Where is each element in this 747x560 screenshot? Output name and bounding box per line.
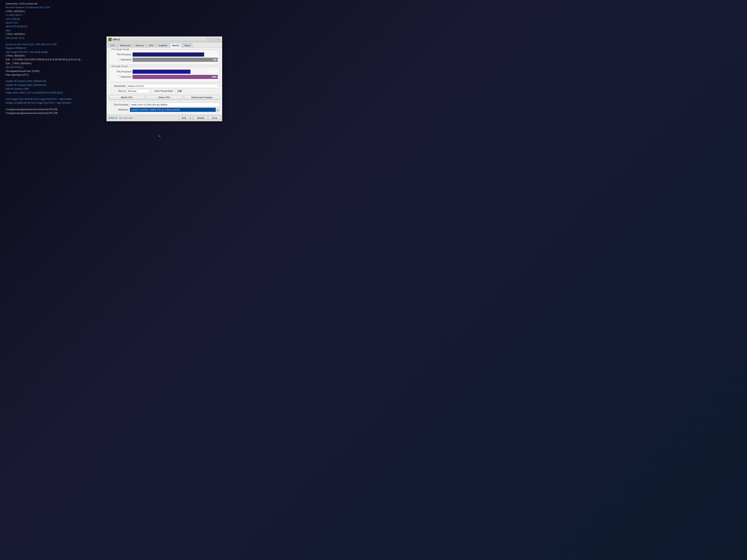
sidebar-line-3: [ TRIAL VERSION ] <box>6 9 106 13</box>
single-thread-title: CPU Single Thread <box>110 48 130 50</box>
tab-spd[interactable]: SPD <box>146 43 156 48</box>
multi-thread-reference-value: 1686 <box>212 76 216 78</box>
sidebar-gpu1: Intel(R) HD Graphics 2000 (1950494 K6) <box>6 79 106 83</box>
title-bar: ⚙ CPU-Z — □ ✕ <box>107 36 222 43</box>
this-processor-field-value: Intel® Core™ i5-2310 CPU @ 2.90GHz <box>130 103 220 107</box>
this-processor-field-label: This Processor <box>109 103 128 106</box>
single-thread-reference-fill <box>133 58 218 62</box>
multi-thread-processor-row: This Processor 1146.0 <box>111 70 218 74</box>
stress-cpu-button[interactable]: Stress CPU <box>147 95 182 100</box>
divider <box>109 101 220 102</box>
multi-thread-processor-label: This Processor <box>111 70 131 73</box>
title-bar-left: ⚙ CPU-Z <box>108 38 120 41</box>
window-title: CPU-Z <box>112 38 120 41</box>
single-thread-reference-row: Reference 345 <box>111 58 218 62</box>
reference-dropdown-container: Intel(R) Core(TM) i7-2600K CPU @ 3.40GHz… <box>130 108 220 112</box>
cpuz-window: ⚙ CPU-Z — □ ✕ CPU Mainboard Memory SPD G… <box>106 36 222 121</box>
tools-button[interactable]: Tools <box>179 116 188 120</box>
sidebar-hdmi: Intel Cougar Point HDMI @ Intel Cougar P… <box>6 97 106 101</box>
sidebar-trial2: [ TRIAL VERSION ] <box>6 54 106 58</box>
single-thread-processor-value: 290.6 <box>211 53 216 56</box>
close-button[interactable]: ✕ <box>216 38 220 41</box>
benchmark-select[interactable]: Version 17.01.64 ▼ <box>127 84 220 88</box>
submit-compare-button[interactable]: Submit and Compare <box>184 95 220 100</box>
multi-thread-ratio-value: 3.94 <box>176 89 183 93</box>
sidebar-ram2: 5U6... [ TRIAL VERSION ] <box>6 61 106 65</box>
minimize-button[interactable]: — <box>206 38 210 41</box>
multi-thread-processor-value: 1146.0 <box>210 70 216 73</box>
validate-button[interactable]: Validate <box>194 116 207 120</box>
multi-thread-reference-label: Reference <box>111 76 131 78</box>
reference-checkbox-multi[interactable] <box>118 76 121 78</box>
run-on-row: Run on All Cores ▼ Multi Thread Ratio 3.… <box>109 89 220 93</box>
action-buttons-row: Bench CPU Stress CPU Submit and Compare <box>109 95 220 100</box>
cpuz-logo: CPU-Z <box>108 116 118 119</box>
single-thread-processor-fill <box>133 52 204 57</box>
bench-cpu-button[interactable]: Bench CPU <box>109 95 145 100</box>
sidebar-audio: Realtek ALC888/1200 @ Intel Cougar Point… <box>6 101 106 105</box>
sidebar-line-6: DirectX 12.0 <box>6 21 106 25</box>
sidebar-cpu: QuadCore Intel Core i5-2310, 2900 MHz (2… <box>6 43 106 46</box>
multi-thread-reference-bar: 1686 <box>133 75 218 79</box>
sidebar-line-2: Microsoft Windows 10 Enterprise 2021 LTS… <box>6 6 106 9</box>
benchmark-row: Benchmark Version 17.01.64 ▼ <box>109 84 220 88</box>
run-on-arrow-icon: ▼ <box>149 90 151 92</box>
single-thread-reference-bar: 345 <box>133 58 218 62</box>
multi-thread-processor-bar: 1146.0 <box>133 70 218 74</box>
sidebar-line-4: 11.3636.19041.0 <box>6 13 106 17</box>
tools-dropdown-icon[interactable]: ▼ <box>188 116 192 120</box>
multi-thread-reference-row: Reference 1686 <box>111 75 218 79</box>
reference-field-value[interactable]: Intel(R) Core(TM) i7-2600K CPU @ 3.40GHz… <box>130 108 216 112</box>
multi-thread-title: CPU Multi Thread <box>110 65 128 68</box>
sidebar-line-9: [ TRIAL VERSION ] <box>6 32 106 36</box>
reference-dropdown-arrow-icon[interactable]: ▼ <box>216 108 220 112</box>
sidebar-ram1: 5U6... 2 Гб DDR3-1333 DDR3 SDRAM (9-9-9-… <box>6 58 106 61</box>
sidebar-mobo: Pegatron IPMSB-GS <box>6 46 106 50</box>
single-thread-reference-value: 345 <box>213 58 216 61</box>
sidebar-monitor: Philips 190C (190C7) [19" LCD] (BZ507071… <box>6 91 106 95</box>
tab-cpu[interactable]: CPU <box>108 43 117 48</box>
sidebar-info-panel: Компьютер с ACPI на базе x64 Microsoft W… <box>4 0 108 117</box>
sidebar-ide1: Стандартный двухканальный контроллер PCI… <box>6 108 106 111</box>
tab-memory[interactable]: Memory <box>133 43 146 48</box>
single-thread-processor-label: This Processor <box>111 53 131 56</box>
benchmark-label: Benchmark <box>109 85 126 87</box>
sidebar-line-10: 2024-03-06 / 23:31 <box>6 36 106 40</box>
sidebar-line-8: Юра <box>6 29 106 32</box>
run-on-label: Run on <box>109 90 126 92</box>
sidebar-line-7: DESKTOP-BUQE21E <box>6 25 106 28</box>
tab-graphics[interactable]: Graphics <box>156 43 170 48</box>
reference-processor-row: Reference Intel(R) Core(TM) i7-2600K CPU… <box>109 108 220 112</box>
single-thread-reference-label: Reference <box>111 58 131 61</box>
tab-mainboard[interactable]: Mainboard <box>118 43 133 48</box>
benchmark-value: Version 17.01.64 <box>128 85 144 87</box>
sidebar-line-5: 122.0.2365.66 <box>6 17 106 21</box>
tab-bench[interactable]: Bench <box>170 43 182 48</box>
single-thread-processor-bar: 290.6 <box>133 52 218 57</box>
multi-thread-processor-fill <box>133 70 190 74</box>
footer-close-button[interactable]: Close <box>209 116 220 120</box>
cpuz-footer: CPU-Z Ver. 2.09.0.x64 Tools ▼ Validate C… <box>107 115 222 121</box>
single-thread-processor-row: This Processor 290.6 <box>111 52 218 57</box>
sidebar-gpu2: Intel(R) HD Graphics 2000 (1950494 K6) <box>6 83 106 87</box>
multi-thread-reference-fill <box>133 75 218 79</box>
version-text: Ver. 2.09.0.x64 <box>119 117 133 119</box>
run-on-select[interactable]: All Cores ▼ <box>127 89 151 93</box>
sidebar-ide2: Стандартный двухканальный контроллер PCI… <box>6 111 106 115</box>
tab-about[interactable]: About <box>182 43 192 48</box>
sidebar-bios: AMI (02/22/2011) <box>6 65 106 69</box>
this-processor-row: This Processor Intel® Core™ i5-2310 CPU … <box>109 103 220 107</box>
sidebar-lpt: Порт принтера (LPT1) <box>6 73 106 77</box>
title-bar-controls: — □ ✕ <box>206 38 220 41</box>
reference-checkbox-single[interactable] <box>118 59 121 61</box>
tabs-bar: CPU Mainboard Memory SPD Graphics Bench … <box>107 43 222 48</box>
multi-thread-group: CPU Multi Thread This Processor 1146.0 R… <box>109 67 220 82</box>
reference-field-label: Reference <box>109 108 128 111</box>
multi-thread-ratio-label: Multi Thread Ratio <box>155 90 173 92</box>
bench-content: CPU Single Thread This Processor 290.6 R… <box>107 48 222 115</box>
maximize-button[interactable]: □ <box>211 38 215 41</box>
benchmark-arrow-icon: ▼ <box>217 85 219 87</box>
benchmark-controls: Benchmark Version 17.01.64 ▼ Run on All … <box>109 84 220 93</box>
tools-button-group: Tools ▼ <box>179 116 192 120</box>
sidebar-com: Последовательный порт (COM1) <box>6 69 106 73</box>
